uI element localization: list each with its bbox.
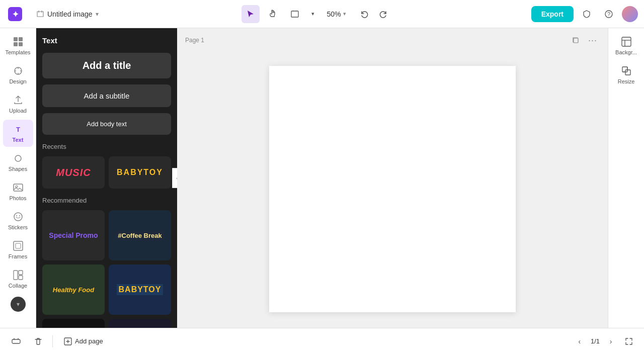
device-frame-button[interactable] (286, 5, 304, 23)
hand-tool-button[interactable] (264, 5, 282, 23)
rec-item-babytoy2[interactable]: BABYTOY (109, 264, 171, 315)
add-page-button[interactable]: Add page (59, 334, 108, 348)
rec-item-healthy-food[interactable]: Healthy Food (42, 264, 105, 315)
recents-grid: MUSIC BABYTOY (42, 156, 171, 189)
sidebar-scroll-down[interactable]: ▾ (11, 297, 26, 312)
page-prev-button[interactable]: ‹ (573, 334, 587, 348)
sidebar-item-frames[interactable]: Frames (3, 236, 33, 263)
export-button[interactable]: Export (531, 6, 574, 22)
zoom-button[interactable]: 50% ▾ (322, 8, 351, 20)
add-title-button[interactable]: Add a title (42, 53, 171, 78)
canvas[interactable] (269, 66, 516, 312)
canvas-area: Page 1 ··· (177, 28, 608, 328)
trash-button[interactable] (30, 333, 46, 349)
svg-text:T: T (16, 126, 20, 133)
right-panel-resize-label: Resize (618, 78, 635, 84)
sidebar-item-stickers[interactable]: Stickers (3, 207, 33, 234)
panel-title: Text (42, 36, 171, 47)
sidebar-item-templates[interactable]: Templates (3, 32, 33, 59)
svg-rect-21 (19, 271, 23, 275)
page-count-label: 1/1 (591, 337, 600, 345)
rec-item-okay[interactable]: okay. (42, 319, 105, 328)
rec-item-special-promo[interactable]: Special Promo (42, 210, 105, 260)
device-frame-chevron[interactable]: ▾ (308, 5, 318, 23)
sidebar-item-label-photos: Photos (9, 195, 26, 201)
svg-point-17 (19, 215, 20, 216)
topbar: ✦ Untitled image ▾ ▾ 50% ▾ (0, 0, 644, 28)
shield-icon-button[interactable] (578, 5, 596, 23)
canvas-wrapper (177, 50, 608, 328)
sidebar-item-shapes[interactable]: Shapes (3, 149, 33, 176)
svg-rect-25 (622, 67, 627, 72)
recent-item-babytoy[interactable]: BABYTOY (109, 156, 171, 189)
svg-rect-24 (622, 37, 631, 46)
file-name-label: Untitled image (47, 10, 93, 18)
special-promo-text: Special Promo (49, 231, 98, 239)
svg-point-15 (14, 213, 22, 221)
sidebar-item-design[interactable]: Design (3, 61, 33, 88)
add-page-label: Add page (75, 337, 103, 345)
sidebar-item-label-stickers: Stickers (8, 224, 28, 230)
page-label: Page 1 (185, 37, 204, 44)
topbar-center-controls: ▾ 50% ▾ (107, 5, 527, 23)
panel-collapse-handle[interactable]: ‹ (172, 168, 177, 188)
recent-item-music[interactable]: MUSIC (42, 156, 105, 189)
help-button[interactable]: ? (600, 5, 618, 23)
svg-rect-20 (14, 271, 18, 280)
sidebar-item-text[interactable]: T Text (3, 120, 33, 147)
svg-rect-27 (12, 339, 20, 343)
recent-babytoy-text: BABYTOY (117, 168, 163, 177)
svg-rect-7 (14, 42, 18, 46)
svg-point-16 (16, 215, 17, 216)
page-more-options-button[interactable]: ··· (586, 33, 600, 47)
right-panel-background[interactable]: Backgr... (611, 32, 641, 59)
right-panel-background-label: Backgr... (615, 49, 637, 55)
avatar[interactable] (622, 6, 638, 22)
svg-rect-23 (574, 38, 578, 43)
page-copy-button[interactable] (569, 33, 583, 47)
recommended-label: Recommended (42, 197, 171, 204)
zoom-chevron-icon: ▾ (343, 11, 346, 17)
logo-button[interactable]: ✦ (6, 5, 24, 23)
svg-rect-6 (19, 37, 23, 41)
svg-text:✦: ✦ (12, 10, 19, 19)
svg-point-14 (16, 186, 18, 188)
redo-button[interactable] (374, 5, 392, 23)
bottom-divider (52, 335, 53, 347)
page-action-buttons: ··· (569, 33, 600, 47)
ellipsis-icon: ··· (588, 36, 597, 45)
bottom-bar: Add page ‹ 1/1 › (0, 328, 644, 354)
rec-item-love-it[interactable]: Love it . (109, 319, 171, 328)
svg-rect-8 (19, 42, 23, 46)
sidebar-item-photos[interactable]: Photos (3, 178, 33, 205)
timeline-button[interactable] (8, 333, 24, 349)
svg-rect-26 (625, 70, 630, 75)
main-area: Templates Design Upload T Text Shapes Ph… (0, 28, 644, 328)
add-subtitle-button[interactable]: Add a subtitle (42, 84, 171, 107)
file-name-button[interactable]: Untitled image ▾ (32, 8, 103, 20)
recents-label: Recents (42, 143, 171, 150)
undo-button[interactable] (355, 5, 373, 23)
rec-item-coffee-break[interactable]: #Coffee Break (109, 210, 171, 260)
coffee-break-text: #Coffee Break (116, 231, 164, 240)
fit-to-screen-button[interactable] (622, 334, 636, 348)
topbar-right-controls: Export ? (531, 5, 638, 23)
svg-rect-13 (14, 184, 23, 191)
svg-rect-19 (16, 243, 21, 248)
sidebar-item-collage[interactable]: Collage (3, 266, 33, 293)
healthy-food-text: Healthy Food (53, 286, 94, 294)
sidebar-item-label-shapes: Shapes (9, 166, 27, 172)
recent-music-text: MUSIC (56, 167, 91, 179)
select-tool-button[interactable] (242, 5, 260, 23)
add-body-text-button[interactable]: Add body text (42, 113, 171, 135)
sidebar-item-label-upload: Upload (9, 108, 27, 114)
page-next-button[interactable]: › (604, 334, 618, 348)
undo-redo-group (355, 5, 392, 23)
text-panel: Text Add a title Add a subtitle Add body… (36, 28, 177, 328)
sidebar-item-upload[interactable]: Upload (3, 91, 33, 118)
svg-rect-18 (14, 241, 23, 250)
right-panel-resize[interactable]: Resize (611, 61, 641, 88)
zoom-level: 50% (327, 10, 341, 18)
sidebar-item-label-text: Text (13, 137, 24, 143)
page-label-row: Page 1 ··· (177, 28, 608, 50)
